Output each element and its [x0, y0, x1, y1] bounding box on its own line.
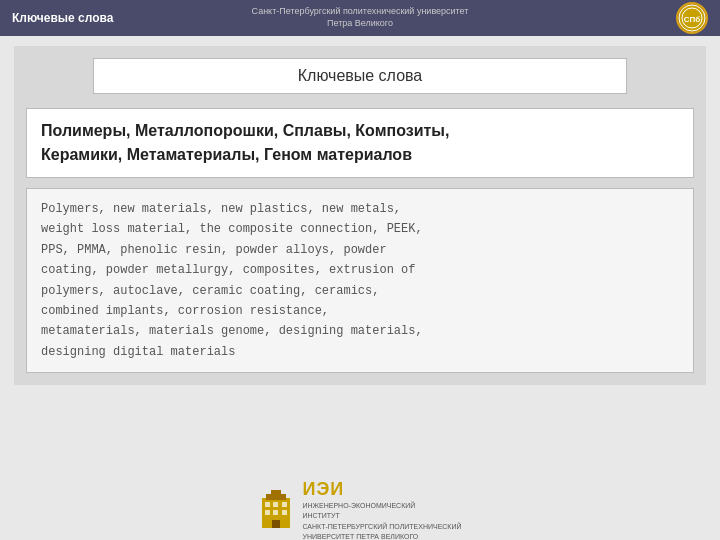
header-center-text: Санкт-Петербургский политехнический унив… — [210, 6, 510, 29]
footer-text-block: иэи ИНЖЕНЕРНО-ЭКОНОМИЧЕСКИЙ ИНСТИТУТ САН… — [302, 479, 461, 540]
svg-rect-8 — [282, 502, 287, 507]
svg-rect-11 — [282, 510, 287, 515]
title-box: Ключевые слова — [93, 58, 627, 94]
footer-logo-box: иэи ИНЖЕНЕРНО-ЭКОНОМИЧЕСКИЙ ИНСТИТУТ САН… — [258, 479, 461, 540]
iei-subtitle-line3: САНКТ-ПЕТЕРБУРГСКИЙ ПОЛИТЕХНИЧЕСКИЙ — [302, 522, 461, 531]
building-icon — [258, 488, 294, 532]
svg-rect-9 — [265, 510, 270, 515]
header-left-label: Ключевые слова — [12, 11, 113, 25]
iei-subtitle-line1: ИНЖЕНЕРНО-ЭКОНОМИЧЕСКИЙ — [302, 501, 461, 510]
keywords-en-text: Polymers, new materials, new plastics, n… — [41, 199, 679, 362]
keywords-en-box: Polymers, new materials, new plastics, n… — [26, 188, 694, 373]
keywords-ru-text: Полимеры, Металлопорошки, Сплавы, Композ… — [41, 119, 679, 167]
svg-rect-6 — [265, 502, 270, 507]
svg-rect-10 — [273, 510, 278, 515]
svg-rect-12 — [272, 520, 280, 528]
footer: иэи ИНЖЕНЕРНО-ЭКОНОМИЧЕСКИЙ ИНСТИТУТ САН… — [0, 480, 720, 540]
svg-rect-5 — [271, 490, 281, 496]
header-bar: Ключевые слова Санкт-Петербургский полит… — [0, 0, 720, 36]
svg-text:СПб: СПб — [684, 15, 701, 24]
svg-rect-7 — [273, 502, 278, 507]
page-title: Ключевые слова — [298, 67, 423, 84]
header-center-line1: Санкт-Петербургский политехнический унив… — [252, 6, 469, 16]
header-center-line2: Петра Великого — [327, 18, 393, 28]
keywords-ru-box: Полимеры, Металлопорошки, Сплавы, Композ… — [26, 108, 694, 178]
iei-subtitle-line2: ИНСТИТУТ — [302, 511, 461, 520]
iei-subtitle-line4: УНИВЕРСИТЕТ ПЕТРА ВЕЛИКОГО — [302, 532, 461, 540]
iei-title: иэи — [302, 479, 461, 500]
header-logo: СПб — [676, 2, 708, 34]
main-content: Ключевые слова Полимеры, Металлопорошки,… — [14, 46, 706, 385]
